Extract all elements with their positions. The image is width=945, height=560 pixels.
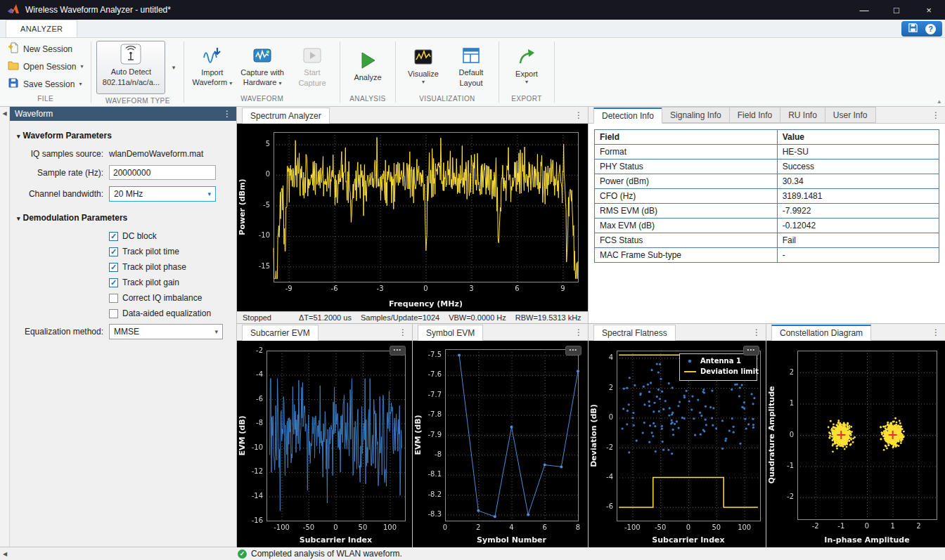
correct-iq-imbalance-checkbox[interactable]: ✓ Correct IQ imbalance xyxy=(109,293,231,303)
spectrum-analyzer-panel: Spectrum Analyzer ⋮ Stopped ΔT=51.2000 u… xyxy=(237,107,589,323)
new-session-icon xyxy=(8,42,19,56)
auto-detect-button[interactable]: Auto Detect 802.11a/n/ac/a... xyxy=(96,41,165,94)
sample-rate-input[interactable]: 20000000 xyxy=(109,165,216,180)
table-row: PHY StatusSuccess xyxy=(595,159,939,174)
close-button[interactable]: × xyxy=(913,0,945,20)
quick-access-toolbar: ? xyxy=(901,21,942,37)
collapse-section-icon: ▾ xyxy=(17,215,20,222)
maximize-button[interactable]: □ xyxy=(880,0,913,20)
table-row: FCS StatusFail xyxy=(595,233,939,248)
waveform-panel-menu-icon[interactable]: ⋮ xyxy=(223,109,231,119)
antenna-icon xyxy=(120,44,141,67)
collapse-left-icon[interactable]: ◀ xyxy=(0,551,10,557)
open-session-button[interactable]: Open Session ▾ xyxy=(5,59,86,74)
quick-save-icon[interactable] xyxy=(908,22,918,35)
tab-field-info[interactable]: Field Info xyxy=(729,107,780,123)
track-pilot-time-checkbox[interactable]: ✓ Track pilot time xyxy=(109,247,231,256)
table-row: CFO (Hz)3189.1481 xyxy=(595,189,939,204)
tab-symbol-evm[interactable]: Symbol EVM xyxy=(418,325,483,341)
tab-analyzer[interactable]: ANALYZER xyxy=(6,20,77,37)
tab-ru-info[interactable]: RU Info xyxy=(780,107,825,123)
window-title: Wireless Waveform Analyzer - untitled* xyxy=(25,5,171,15)
new-session-button[interactable]: New Session xyxy=(5,41,75,56)
panel-menu-icon[interactable]: ⋮ xyxy=(747,327,766,340)
waveform-panel-body: ▾Waveform Parameters IQ samples source: … xyxy=(10,121,236,547)
dc-block-checkbox[interactable]: ✓ DC block xyxy=(109,231,231,241)
table-row: Max EVM (dB)-0.12042 xyxy=(595,219,939,233)
tab-user-info[interactable]: User Info xyxy=(825,107,876,123)
check-icon: ✓ xyxy=(110,248,117,256)
section-demodulation-parameters[interactable]: ▾Demodulation Parameters xyxy=(17,213,231,223)
default-layout-icon xyxy=(461,45,481,66)
left-panel-collapse-strip[interactable]: ◀ xyxy=(0,107,10,547)
tab-spectrum-analyzer[interactable]: Spectrum Analyzer xyxy=(242,108,330,124)
default-layout-button[interactable]: Default Layout xyxy=(449,43,494,90)
analyze-play-icon xyxy=(358,50,378,71)
panel-menu-icon[interactable]: ⋮ xyxy=(570,327,588,340)
symbol-evm-panel: Symbol EVM ⋮ ••• xyxy=(413,324,589,547)
section-label-waveform: WAVEFORM xyxy=(184,95,340,106)
tab-constellation-diagram[interactable]: Constellation Diagram xyxy=(771,325,871,341)
symbol-evm-chart xyxy=(413,341,588,547)
collapse-section-icon: ▾ xyxy=(17,133,20,140)
axes-toolbar-button[interactable]: ••• xyxy=(743,346,759,356)
tab-subcarrier-evm[interactable]: Subcarrier EVM xyxy=(242,325,319,341)
table-header-field: Field xyxy=(595,130,778,145)
section-waveform-parameters[interactable]: ▾Waveform Parameters xyxy=(17,131,231,141)
spectrum-dt: ΔT=51.2000 us xyxy=(299,313,352,322)
table-row: MAC Frame Sub-type- xyxy=(595,248,939,263)
equalization-method-dropdown[interactable]: MMSE ▾ xyxy=(109,324,223,339)
import-waveform-button[interactable]: Import Waveform ▾ xyxy=(189,43,235,90)
export-button[interactable]: Export ▾ xyxy=(504,44,549,89)
track-pilot-gain-checkbox[interactable]: ✓ Track pilot gain xyxy=(109,278,231,287)
panel-menu-icon[interactable]: ⋮ xyxy=(394,327,412,340)
panel-menu-icon[interactable]: ⋮ xyxy=(927,327,945,340)
capture-with-hardware-button[interactable]: Capture with Hardware ▾ xyxy=(238,43,287,90)
tab-signaling-info[interactable]: Signaling Info xyxy=(662,107,730,123)
ribbon-tab-row: ANALYZER ? xyxy=(0,20,945,38)
channel-bandwidth-label: Channel bandwidth: xyxy=(15,189,109,199)
ribbon-section-analysis: Analyze ANALYSIS xyxy=(340,38,395,106)
spectrum-vbw: VBW=0.0000 Hz xyxy=(449,313,506,322)
ribbon-section-export: Export ▾ EXPORT xyxy=(499,38,554,106)
check-icon: ✓ xyxy=(110,233,117,240)
chevron-down-icon: ▾ xyxy=(525,79,528,86)
analyze-button[interactable]: Analyze xyxy=(345,48,390,84)
chevron-down-icon: ▾ xyxy=(80,63,83,70)
tab-spectral-flatness[interactable]: Spectral Flatness xyxy=(593,325,676,341)
import-waveform-icon xyxy=(202,45,222,66)
status-bar: ◀ ✓ Completed analysis of WLAN waveform. xyxy=(0,547,945,560)
data-aided-equalization-checkbox[interactable]: ✓ Data-aided equalization xyxy=(109,308,231,318)
panel-menu-icon[interactable]: ⋮ xyxy=(927,110,945,123)
plots-area: Spectrum Analyzer ⋮ Stopped ΔT=51.2000 u… xyxy=(237,107,945,547)
chevron-down-icon: ▾ xyxy=(214,328,218,335)
track-pilot-phase-checkbox[interactable]: ✓ Track pilot phase xyxy=(109,262,231,272)
spectrum-chart xyxy=(237,124,588,311)
subcarrier-evm-panel: Subcarrier EVM ⋮ ••• xyxy=(237,324,413,547)
visualize-icon xyxy=(413,46,433,67)
channel-bandwidth-dropdown[interactable]: 20 MHz ▾ xyxy=(109,186,216,202)
panel-menu-icon[interactable]: ⋮ xyxy=(570,110,588,123)
app-window: Wireless Waveform Analyzer - untitled* —… xyxy=(0,0,945,560)
spectrum-status-bar: Stopped ΔT=51.2000 us Samples/Update=102… xyxy=(237,311,588,323)
spectrum-state: Stopped xyxy=(243,313,271,322)
status-message: Completed analysis of WLAN waveform. xyxy=(251,549,402,559)
info-panel: Detection Info Signaling Info Field Info… xyxy=(589,107,945,323)
minimize-ribbon-icon[interactable]: ▴ xyxy=(937,98,941,105)
ribbon-section-waveform-type: Auto Detect 802.11a/n/ac/a... ▾ WAVEFORM… xyxy=(91,38,184,106)
section-label-waveform-type: WAVEFORM TYPE xyxy=(91,97,184,106)
visualize-button[interactable]: Visualize ▾ xyxy=(401,44,446,89)
axes-toolbar-button[interactable]: ••• xyxy=(390,346,406,356)
help-icon[interactable]: ? xyxy=(925,24,936,34)
spectral-flatness-panel: Spectral Flatness ⋮ ••• xyxy=(589,324,766,547)
tab-detection-info[interactable]: Detection Info xyxy=(593,108,662,124)
collapse-left-icon[interactable]: ◀ xyxy=(2,110,6,117)
save-session-button[interactable]: Save Session ▾ xyxy=(5,77,84,91)
section-label-file: FILE xyxy=(0,95,91,106)
axes-toolbar-button[interactable]: ••• xyxy=(565,346,581,356)
iq-source-value: wlanDemoWaveform.mat xyxy=(109,149,203,159)
waveform-type-dropdown[interactable]: ▾ xyxy=(168,41,179,94)
waveform-panel-header: Waveform ⋮ xyxy=(10,107,236,121)
minimize-button[interactable]: — xyxy=(848,0,880,20)
chevron-down-icon: ▾ xyxy=(229,80,232,86)
